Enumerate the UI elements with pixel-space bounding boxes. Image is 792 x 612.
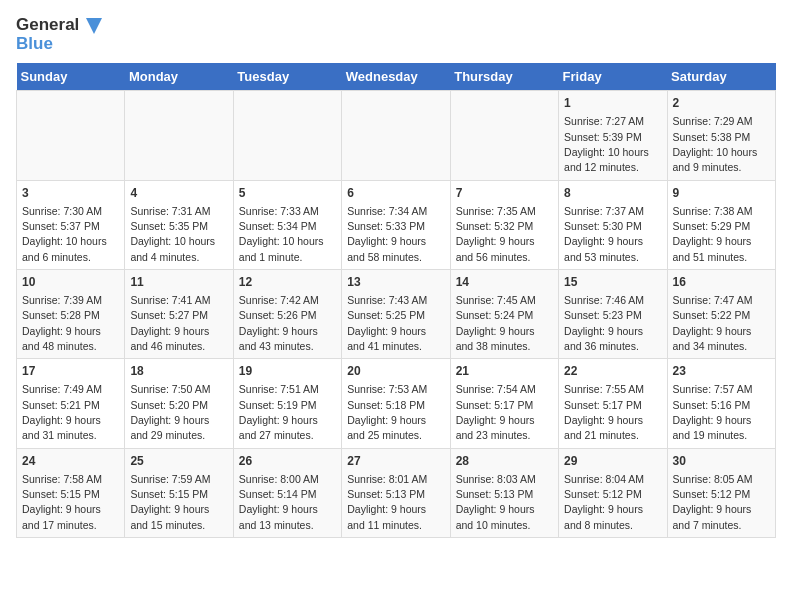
page-header: General Blue bbox=[16, 16, 776, 53]
day-info: Sunrise: 7:33 AMSunset: 5:34 PMDaylight:… bbox=[239, 205, 324, 263]
day-cell: 4Sunrise: 7:31 AMSunset: 5:35 PMDaylight… bbox=[125, 180, 233, 269]
day-info: Sunrise: 7:35 AMSunset: 5:32 PMDaylight:… bbox=[456, 205, 536, 263]
header-cell-sunday: Sunday bbox=[17, 63, 125, 91]
day-cell: 3Sunrise: 7:30 AMSunset: 5:37 PMDaylight… bbox=[17, 180, 125, 269]
day-info: Sunrise: 7:58 AMSunset: 5:15 PMDaylight:… bbox=[22, 473, 102, 531]
day-info: Sunrise: 7:59 AMSunset: 5:15 PMDaylight:… bbox=[130, 473, 210, 531]
day-number: 30 bbox=[673, 453, 770, 470]
day-info: Sunrise: 7:27 AMSunset: 5:39 PMDaylight:… bbox=[564, 115, 649, 173]
day-number: 22 bbox=[564, 363, 661, 380]
day-cell: 6Sunrise: 7:34 AMSunset: 5:33 PMDaylight… bbox=[342, 180, 450, 269]
header-row: SundayMondayTuesdayWednesdayThursdayFrid… bbox=[17, 63, 776, 91]
day-cell: 24Sunrise: 7:58 AMSunset: 5:15 PMDayligh… bbox=[17, 448, 125, 537]
day-cell: 18Sunrise: 7:50 AMSunset: 5:20 PMDayligh… bbox=[125, 359, 233, 448]
day-number: 11 bbox=[130, 274, 227, 291]
day-info: Sunrise: 7:57 AMSunset: 5:16 PMDaylight:… bbox=[673, 383, 753, 441]
day-cell: 12Sunrise: 7:42 AMSunset: 5:26 PMDayligh… bbox=[233, 270, 341, 359]
day-number: 28 bbox=[456, 453, 553, 470]
day-info: Sunrise: 7:31 AMSunset: 5:35 PMDaylight:… bbox=[130, 205, 215, 263]
day-cell: 13Sunrise: 7:43 AMSunset: 5:25 PMDayligh… bbox=[342, 270, 450, 359]
day-info: Sunrise: 7:42 AMSunset: 5:26 PMDaylight:… bbox=[239, 294, 319, 352]
day-cell bbox=[450, 91, 558, 180]
day-info: Sunrise: 7:30 AMSunset: 5:37 PMDaylight:… bbox=[22, 205, 107, 263]
header-cell-wednesday: Wednesday bbox=[342, 63, 450, 91]
day-cell: 11Sunrise: 7:41 AMSunset: 5:27 PMDayligh… bbox=[125, 270, 233, 359]
day-info: Sunrise: 7:38 AMSunset: 5:29 PMDaylight:… bbox=[673, 205, 753, 263]
day-number: 23 bbox=[673, 363, 770, 380]
day-number: 16 bbox=[673, 274, 770, 291]
day-info: Sunrise: 7:45 AMSunset: 5:24 PMDaylight:… bbox=[456, 294, 536, 352]
day-cell: 17Sunrise: 7:49 AMSunset: 5:21 PMDayligh… bbox=[17, 359, 125, 448]
day-number: 17 bbox=[22, 363, 119, 380]
day-info: Sunrise: 8:04 AMSunset: 5:12 PMDaylight:… bbox=[564, 473, 644, 531]
week-row-4: 17Sunrise: 7:49 AMSunset: 5:21 PMDayligh… bbox=[17, 359, 776, 448]
day-number: 6 bbox=[347, 185, 444, 202]
logo-triangle-icon bbox=[86, 18, 102, 34]
day-number: 20 bbox=[347, 363, 444, 380]
day-cell: 2Sunrise: 7:29 AMSunset: 5:38 PMDaylight… bbox=[667, 91, 775, 180]
day-info: Sunrise: 7:41 AMSunset: 5:27 PMDaylight:… bbox=[130, 294, 210, 352]
calendar-header: SundayMondayTuesdayWednesdayThursdayFrid… bbox=[17, 63, 776, 91]
day-cell: 9Sunrise: 7:38 AMSunset: 5:29 PMDaylight… bbox=[667, 180, 775, 269]
day-cell: 16Sunrise: 7:47 AMSunset: 5:22 PMDayligh… bbox=[667, 270, 775, 359]
day-cell: 7Sunrise: 7:35 AMSunset: 5:32 PMDaylight… bbox=[450, 180, 558, 269]
day-number: 26 bbox=[239, 453, 336, 470]
day-number: 14 bbox=[456, 274, 553, 291]
day-cell bbox=[342, 91, 450, 180]
day-cell: 14Sunrise: 7:45 AMSunset: 5:24 PMDayligh… bbox=[450, 270, 558, 359]
week-row-5: 24Sunrise: 7:58 AMSunset: 5:15 PMDayligh… bbox=[17, 448, 776, 537]
day-cell: 30Sunrise: 8:05 AMSunset: 5:12 PMDayligh… bbox=[667, 448, 775, 537]
day-number: 27 bbox=[347, 453, 444, 470]
day-info: Sunrise: 7:47 AMSunset: 5:22 PMDaylight:… bbox=[673, 294, 753, 352]
day-info: Sunrise: 7:49 AMSunset: 5:21 PMDaylight:… bbox=[22, 383, 102, 441]
logo: General Blue bbox=[16, 16, 102, 53]
day-info: Sunrise: 7:53 AMSunset: 5:18 PMDaylight:… bbox=[347, 383, 427, 441]
day-number: 8 bbox=[564, 185, 661, 202]
day-info: Sunrise: 7:55 AMSunset: 5:17 PMDaylight:… bbox=[564, 383, 644, 441]
day-cell: 23Sunrise: 7:57 AMSunset: 5:16 PMDayligh… bbox=[667, 359, 775, 448]
day-cell: 5Sunrise: 7:33 AMSunset: 5:34 PMDaylight… bbox=[233, 180, 341, 269]
day-cell: 1Sunrise: 7:27 AMSunset: 5:39 PMDaylight… bbox=[559, 91, 667, 180]
week-row-2: 3Sunrise: 7:30 AMSunset: 5:37 PMDaylight… bbox=[17, 180, 776, 269]
header-cell-thursday: Thursday bbox=[450, 63, 558, 91]
day-number: 13 bbox=[347, 274, 444, 291]
day-cell: 29Sunrise: 8:04 AMSunset: 5:12 PMDayligh… bbox=[559, 448, 667, 537]
day-number: 2 bbox=[673, 95, 770, 112]
day-info: Sunrise: 7:39 AMSunset: 5:28 PMDaylight:… bbox=[22, 294, 102, 352]
day-cell: 22Sunrise: 7:55 AMSunset: 5:17 PMDayligh… bbox=[559, 359, 667, 448]
day-number: 3 bbox=[22, 185, 119, 202]
day-number: 9 bbox=[673, 185, 770, 202]
day-number: 24 bbox=[22, 453, 119, 470]
day-number: 29 bbox=[564, 453, 661, 470]
calendar-table: SundayMondayTuesdayWednesdayThursdayFrid… bbox=[16, 63, 776, 538]
day-info: Sunrise: 7:34 AMSunset: 5:33 PMDaylight:… bbox=[347, 205, 427, 263]
calendar-body: 1Sunrise: 7:27 AMSunset: 5:39 PMDaylight… bbox=[17, 91, 776, 538]
day-cell: 20Sunrise: 7:53 AMSunset: 5:18 PMDayligh… bbox=[342, 359, 450, 448]
day-info: Sunrise: 7:50 AMSunset: 5:20 PMDaylight:… bbox=[130, 383, 210, 441]
day-number: 12 bbox=[239, 274, 336, 291]
day-number: 5 bbox=[239, 185, 336, 202]
day-info: Sunrise: 8:01 AMSunset: 5:13 PMDaylight:… bbox=[347, 473, 427, 531]
day-number: 18 bbox=[130, 363, 227, 380]
day-cell: 21Sunrise: 7:54 AMSunset: 5:17 PMDayligh… bbox=[450, 359, 558, 448]
day-info: Sunrise: 8:03 AMSunset: 5:13 PMDaylight:… bbox=[456, 473, 536, 531]
day-number: 1 bbox=[564, 95, 661, 112]
day-cell: 25Sunrise: 7:59 AMSunset: 5:15 PMDayligh… bbox=[125, 448, 233, 537]
day-info: Sunrise: 7:54 AMSunset: 5:17 PMDaylight:… bbox=[456, 383, 536, 441]
day-cell: 26Sunrise: 8:00 AMSunset: 5:14 PMDayligh… bbox=[233, 448, 341, 537]
day-info: Sunrise: 7:46 AMSunset: 5:23 PMDaylight:… bbox=[564, 294, 644, 352]
day-info: Sunrise: 7:51 AMSunset: 5:19 PMDaylight:… bbox=[239, 383, 319, 441]
day-info: Sunrise: 7:37 AMSunset: 5:30 PMDaylight:… bbox=[564, 205, 644, 263]
day-cell: 10Sunrise: 7:39 AMSunset: 5:28 PMDayligh… bbox=[17, 270, 125, 359]
day-cell bbox=[125, 91, 233, 180]
logo-text: General Blue bbox=[16, 16, 102, 53]
day-number: 7 bbox=[456, 185, 553, 202]
day-number: 10 bbox=[22, 274, 119, 291]
day-cell: 28Sunrise: 8:03 AMSunset: 5:13 PMDayligh… bbox=[450, 448, 558, 537]
day-number: 21 bbox=[456, 363, 553, 380]
day-cell bbox=[17, 91, 125, 180]
day-cell bbox=[233, 91, 341, 180]
svg-marker-0 bbox=[86, 18, 102, 34]
header-cell-monday: Monday bbox=[125, 63, 233, 91]
week-row-3: 10Sunrise: 7:39 AMSunset: 5:28 PMDayligh… bbox=[17, 270, 776, 359]
